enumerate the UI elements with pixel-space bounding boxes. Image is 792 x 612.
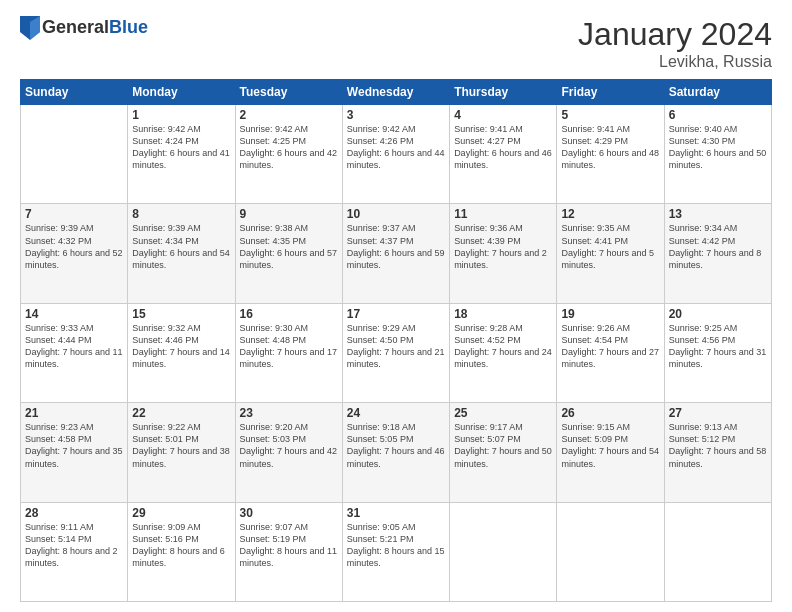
logo-general-text: General xyxy=(42,17,109,37)
calendar-cell: 2Sunrise: 9:42 AM Sunset: 4:25 PM Daylig… xyxy=(235,105,342,204)
day-info: Sunrise: 9:15 AM Sunset: 5:09 PM Dayligh… xyxy=(561,421,659,470)
day-info: Sunrise: 9:41 AM Sunset: 4:27 PM Dayligh… xyxy=(454,123,552,172)
calendar-cell: 22Sunrise: 9:22 AM Sunset: 5:01 PM Dayli… xyxy=(128,403,235,502)
col-monday: Monday xyxy=(128,80,235,105)
calendar-cell: 28Sunrise: 9:11 AM Sunset: 5:14 PM Dayli… xyxy=(21,502,128,601)
day-number: 16 xyxy=(240,307,338,321)
header: GeneralBlue January 2024 Levikha, Russia xyxy=(20,16,772,71)
day-number: 15 xyxy=(132,307,230,321)
day-number: 8 xyxy=(132,207,230,221)
calendar-cell xyxy=(21,105,128,204)
calendar-cell: 21Sunrise: 9:23 AM Sunset: 4:58 PM Dayli… xyxy=(21,403,128,502)
day-info: Sunrise: 9:05 AM Sunset: 5:21 PM Dayligh… xyxy=(347,521,445,570)
calendar-cell: 18Sunrise: 9:28 AM Sunset: 4:52 PM Dayli… xyxy=(450,303,557,402)
day-info: Sunrise: 9:38 AM Sunset: 4:35 PM Dayligh… xyxy=(240,222,338,271)
day-info: Sunrise: 9:25 AM Sunset: 4:56 PM Dayligh… xyxy=(669,322,767,371)
day-info: Sunrise: 9:26 AM Sunset: 4:54 PM Dayligh… xyxy=(561,322,659,371)
day-info: Sunrise: 9:18 AM Sunset: 5:05 PM Dayligh… xyxy=(347,421,445,470)
day-number: 2 xyxy=(240,108,338,122)
day-number: 18 xyxy=(454,307,552,321)
logo: GeneralBlue xyxy=(20,16,148,40)
day-info: Sunrise: 9:41 AM Sunset: 4:29 PM Dayligh… xyxy=(561,123,659,172)
calendar-cell: 10Sunrise: 9:37 AM Sunset: 4:37 PM Dayli… xyxy=(342,204,449,303)
day-number: 31 xyxy=(347,506,445,520)
day-info: Sunrise: 9:28 AM Sunset: 4:52 PM Dayligh… xyxy=(454,322,552,371)
col-saturday: Saturday xyxy=(664,80,771,105)
calendar-week-3: 14Sunrise: 9:33 AM Sunset: 4:44 PM Dayli… xyxy=(21,303,772,402)
day-number: 25 xyxy=(454,406,552,420)
day-number: 28 xyxy=(25,506,123,520)
calendar-cell xyxy=(557,502,664,601)
col-friday: Friday xyxy=(557,80,664,105)
day-info: Sunrise: 9:42 AM Sunset: 4:24 PM Dayligh… xyxy=(132,123,230,172)
day-number: 29 xyxy=(132,506,230,520)
day-info: Sunrise: 9:35 AM Sunset: 4:41 PM Dayligh… xyxy=(561,222,659,271)
calendar-cell: 17Sunrise: 9:29 AM Sunset: 4:50 PM Dayli… xyxy=(342,303,449,402)
day-info: Sunrise: 9:42 AM Sunset: 4:25 PM Dayligh… xyxy=(240,123,338,172)
day-number: 21 xyxy=(25,406,123,420)
calendar-cell: 26Sunrise: 9:15 AM Sunset: 5:09 PM Dayli… xyxy=(557,403,664,502)
day-number: 30 xyxy=(240,506,338,520)
day-info: Sunrise: 9:37 AM Sunset: 4:37 PM Dayligh… xyxy=(347,222,445,271)
calendar-cell: 15Sunrise: 9:32 AM Sunset: 4:46 PM Dayli… xyxy=(128,303,235,402)
calendar-cell xyxy=(450,502,557,601)
day-info: Sunrise: 9:34 AM Sunset: 4:42 PM Dayligh… xyxy=(669,222,767,271)
day-number: 12 xyxy=(561,207,659,221)
day-info: Sunrise: 9:17 AM Sunset: 5:07 PM Dayligh… xyxy=(454,421,552,470)
header-row: Sunday Monday Tuesday Wednesday Thursday… xyxy=(21,80,772,105)
month-title: January 2024 xyxy=(578,16,772,53)
day-number: 27 xyxy=(669,406,767,420)
day-info: Sunrise: 9:30 AM Sunset: 4:48 PM Dayligh… xyxy=(240,322,338,371)
day-info: Sunrise: 9:13 AM Sunset: 5:12 PM Dayligh… xyxy=(669,421,767,470)
day-number: 24 xyxy=(347,406,445,420)
day-info: Sunrise: 9:40 AM Sunset: 4:30 PM Dayligh… xyxy=(669,123,767,172)
col-wednesday: Wednesday xyxy=(342,80,449,105)
calendar-week-4: 21Sunrise: 9:23 AM Sunset: 4:58 PM Dayli… xyxy=(21,403,772,502)
calendar-cell: 24Sunrise: 9:18 AM Sunset: 5:05 PM Dayli… xyxy=(342,403,449,502)
calendar-cell: 4Sunrise: 9:41 AM Sunset: 4:27 PM Daylig… xyxy=(450,105,557,204)
calendar-week-2: 7Sunrise: 9:39 AM Sunset: 4:32 PM Daylig… xyxy=(21,204,772,303)
calendar-week-1: 1Sunrise: 9:42 AM Sunset: 4:24 PM Daylig… xyxy=(21,105,772,204)
day-number: 14 xyxy=(25,307,123,321)
day-number: 1 xyxy=(132,108,230,122)
page: GeneralBlue January 2024 Levikha, Russia… xyxy=(0,0,792,612)
calendar-cell: 6Sunrise: 9:40 AM Sunset: 4:30 PM Daylig… xyxy=(664,105,771,204)
calendar-cell: 16Sunrise: 9:30 AM Sunset: 4:48 PM Dayli… xyxy=(235,303,342,402)
day-info: Sunrise: 9:29 AM Sunset: 4:50 PM Dayligh… xyxy=(347,322,445,371)
col-sunday: Sunday xyxy=(21,80,128,105)
day-info: Sunrise: 9:39 AM Sunset: 4:32 PM Dayligh… xyxy=(25,222,123,271)
day-number: 20 xyxy=(669,307,767,321)
logo-blue-text: Blue xyxy=(109,17,148,37)
title-block: January 2024 Levikha, Russia xyxy=(578,16,772,71)
logo-icon xyxy=(20,16,40,40)
day-number: 5 xyxy=(561,108,659,122)
day-number: 11 xyxy=(454,207,552,221)
calendar-cell xyxy=(664,502,771,601)
day-info: Sunrise: 9:39 AM Sunset: 4:34 PM Dayligh… xyxy=(132,222,230,271)
day-number: 19 xyxy=(561,307,659,321)
day-number: 9 xyxy=(240,207,338,221)
calendar-cell: 5Sunrise: 9:41 AM Sunset: 4:29 PM Daylig… xyxy=(557,105,664,204)
day-info: Sunrise: 9:22 AM Sunset: 5:01 PM Dayligh… xyxy=(132,421,230,470)
day-number: 17 xyxy=(347,307,445,321)
day-info: Sunrise: 9:42 AM Sunset: 4:26 PM Dayligh… xyxy=(347,123,445,172)
calendar-cell: 29Sunrise: 9:09 AM Sunset: 5:16 PM Dayli… xyxy=(128,502,235,601)
calendar-cell: 13Sunrise: 9:34 AM Sunset: 4:42 PM Dayli… xyxy=(664,204,771,303)
calendar-cell: 8Sunrise: 9:39 AM Sunset: 4:34 PM Daylig… xyxy=(128,204,235,303)
day-number: 6 xyxy=(669,108,767,122)
day-number: 10 xyxy=(347,207,445,221)
day-number: 13 xyxy=(669,207,767,221)
col-tuesday: Tuesday xyxy=(235,80,342,105)
calendar-cell: 25Sunrise: 9:17 AM Sunset: 5:07 PM Dayli… xyxy=(450,403,557,502)
day-info: Sunrise: 9:07 AM Sunset: 5:19 PM Dayligh… xyxy=(240,521,338,570)
day-info: Sunrise: 9:23 AM Sunset: 4:58 PM Dayligh… xyxy=(25,421,123,470)
day-info: Sunrise: 9:09 AM Sunset: 5:16 PM Dayligh… xyxy=(132,521,230,570)
calendar: Sunday Monday Tuesday Wednesday Thursday… xyxy=(20,79,772,602)
calendar-cell: 20Sunrise: 9:25 AM Sunset: 4:56 PM Dayli… xyxy=(664,303,771,402)
calendar-cell: 19Sunrise: 9:26 AM Sunset: 4:54 PM Dayli… xyxy=(557,303,664,402)
calendar-cell: 23Sunrise: 9:20 AM Sunset: 5:03 PM Dayli… xyxy=(235,403,342,502)
calendar-cell: 11Sunrise: 9:36 AM Sunset: 4:39 PM Dayli… xyxy=(450,204,557,303)
calendar-cell: 1Sunrise: 9:42 AM Sunset: 4:24 PM Daylig… xyxy=(128,105,235,204)
day-number: 22 xyxy=(132,406,230,420)
col-thursday: Thursday xyxy=(450,80,557,105)
